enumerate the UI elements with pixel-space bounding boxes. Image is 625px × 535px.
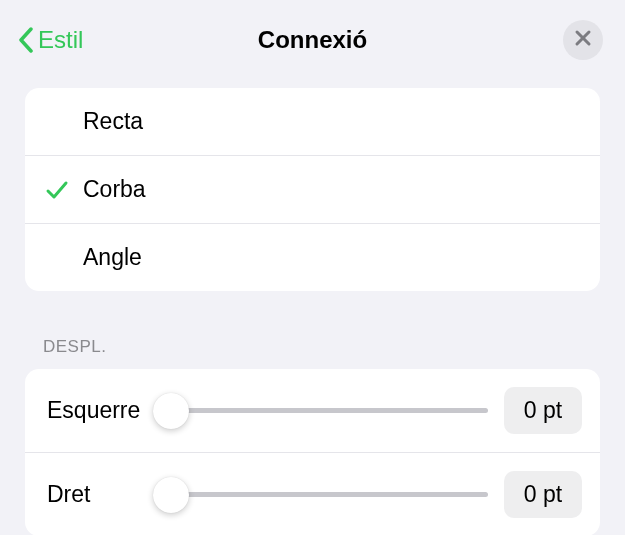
slider-thumb[interactable] bbox=[153, 477, 189, 513]
list-item-label: Corba bbox=[83, 176, 146, 203]
offset-slider-group: Esquerre 0 pt Dret 0 pt bbox=[25, 369, 600, 535]
offset-left-row: Esquerre 0 pt bbox=[25, 369, 600, 453]
slider-rail bbox=[171, 408, 488, 413]
offset-left-label: Esquerre bbox=[47, 397, 155, 424]
offset-left-value[interactable]: 0 pt bbox=[504, 387, 582, 434]
checkmark-icon bbox=[45, 178, 69, 202]
check-slot bbox=[45, 178, 83, 202]
header: Estil Connexió bbox=[0, 0, 625, 78]
back-button[interactable]: Estil bbox=[18, 26, 83, 54]
offset-right-value[interactable]: 0 pt bbox=[504, 471, 582, 518]
offset-left-slider[interactable] bbox=[171, 392, 488, 430]
page-title: Connexió bbox=[0, 26, 625, 54]
back-label: Estil bbox=[38, 26, 83, 54]
connection-type-angle[interactable]: Angle bbox=[25, 224, 600, 291]
close-icon bbox=[574, 29, 592, 51]
slider-thumb[interactable] bbox=[153, 393, 189, 429]
connection-type-corba[interactable]: Corba bbox=[25, 156, 600, 224]
connection-type-recta[interactable]: Recta bbox=[25, 88, 600, 156]
content: Recta Corba Angle Despl. Esquerre bbox=[0, 78, 625, 535]
offset-right-label: Dret bbox=[47, 481, 155, 508]
offset-right-slider[interactable] bbox=[171, 476, 488, 514]
offset-right-row: Dret 0 pt bbox=[25, 453, 600, 535]
list-item-label: Recta bbox=[83, 108, 143, 135]
close-button[interactable] bbox=[563, 20, 603, 60]
list-item-label: Angle bbox=[83, 244, 142, 271]
connection-type-list: Recta Corba Angle bbox=[25, 88, 600, 291]
offset-section-header: Despl. bbox=[25, 291, 600, 369]
slider-rail bbox=[171, 492, 488, 497]
chevron-left-icon bbox=[18, 27, 34, 53]
